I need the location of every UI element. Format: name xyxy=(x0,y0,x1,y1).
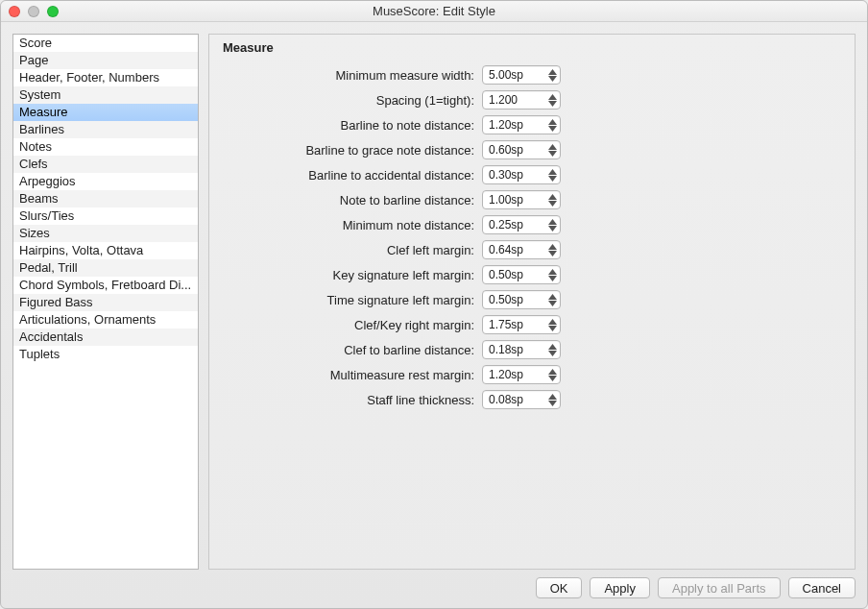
spin-value[interactable]: 0.60sp xyxy=(483,143,544,157)
maximize-icon[interactable] xyxy=(47,6,59,17)
spin-value[interactable]: 0.50sp xyxy=(483,293,544,306)
spin-value[interactable]: 1.75sp xyxy=(483,318,544,331)
spin-box[interactable]: 1.00sp xyxy=(482,190,561,209)
stepper-arrows-icon[interactable] xyxy=(544,216,560,233)
setting-label: Barline to grace note distance: xyxy=(223,143,482,158)
setting-row: Clef/Key right margin:1.75sp xyxy=(223,314,841,335)
sidebar-item-label: Notes xyxy=(19,139,52,154)
setting-row: Barline to accidental distance:0.30sp xyxy=(223,164,841,185)
sidebar-item-label: Slurs/Ties xyxy=(19,208,74,223)
spin-value[interactable]: 0.64sp xyxy=(483,243,544,256)
setting-label: Note to barline distance: xyxy=(223,193,482,207)
settings-list: Minimum measure width:5.00sp Spacing (1=… xyxy=(223,64,841,410)
sidebar-item-label: Accidentals xyxy=(19,329,83,344)
sidebar-item-label: Figured Bass xyxy=(19,295,93,309)
apply-button[interactable]: Apply xyxy=(590,577,650,598)
setting-row: Clef to barline distance:0.18sp xyxy=(223,339,841,360)
spin-value[interactable]: 1.20sp xyxy=(483,368,544,381)
stepper-arrows-icon[interactable] xyxy=(544,91,560,109)
cancel-button[interactable]: Cancel xyxy=(788,577,856,598)
setting-label: Spacing (1=tight): xyxy=(223,93,482,108)
spin-value[interactable]: 0.25sp xyxy=(483,218,544,231)
close-icon[interactable] xyxy=(9,6,20,17)
sidebar-item[interactable]: Score xyxy=(13,35,198,52)
sidebar-item[interactable]: Sizes xyxy=(13,225,198,242)
sidebar-item-label: Clefs xyxy=(19,157,48,171)
sidebar-item[interactable]: Beams xyxy=(13,190,198,207)
dialog-body: ScorePageHeader, Footer, NumbersSystemMe… xyxy=(1,22,867,570)
sidebar-item[interactable]: Measure xyxy=(13,104,198,121)
stepper-arrows-icon[interactable] xyxy=(544,166,560,183)
sidebar-item-label: Tuplets xyxy=(19,347,60,361)
sidebar-item[interactable]: Tuplets xyxy=(13,346,198,363)
spin-value[interactable]: 1.20sp xyxy=(483,118,544,132)
apply-all-parts-button: Apply to all Parts xyxy=(658,577,781,598)
spin-value[interactable]: 0.50sp xyxy=(483,268,544,281)
sidebar-item[interactable]: Figured Bass xyxy=(13,294,198,311)
spin-value[interactable]: 0.30sp xyxy=(483,168,544,182)
stepper-arrows-icon[interactable] xyxy=(544,366,560,383)
panel-title: Measure xyxy=(223,40,841,55)
category-sidebar[interactable]: ScorePageHeader, Footer, NumbersSystemMe… xyxy=(12,34,199,570)
stepper-arrows-icon[interactable] xyxy=(544,316,560,333)
stepper-arrows-icon[interactable] xyxy=(544,241,560,258)
spin-value[interactable]: 0.18sp xyxy=(483,343,544,356)
setting-label: Minimum measure width: xyxy=(223,68,482,83)
stepper-arrows-icon[interactable] xyxy=(544,266,560,283)
stepper-arrows-icon[interactable] xyxy=(544,341,560,358)
window-controls xyxy=(9,6,59,17)
spin-box[interactable]: 0.30sp xyxy=(482,165,561,184)
spin-value[interactable]: 1.00sp xyxy=(483,193,544,207)
sidebar-item[interactable]: Arpeggios xyxy=(13,173,198,190)
spin-value[interactable]: 5.00sp xyxy=(483,68,544,82)
stepper-arrows-icon[interactable] xyxy=(544,116,560,134)
dialog-window: MuseScore: Edit Style ScorePageHeader, F… xyxy=(0,0,868,609)
spin-box[interactable]: 5.00sp xyxy=(482,65,561,85)
spin-box[interactable]: 1.75sp xyxy=(482,315,561,334)
sidebar-item[interactable]: System xyxy=(13,86,198,104)
setting-label: Barline to accidental distance: xyxy=(223,168,482,183)
spin-box[interactable]: 1.20sp xyxy=(482,115,561,134)
titlebar: MuseScore: Edit Style xyxy=(1,1,867,22)
spin-box[interactable]: 1.20sp xyxy=(482,365,561,384)
setting-label: Clef left margin: xyxy=(223,243,482,257)
setting-label: Time signature left margin: xyxy=(223,293,482,307)
sidebar-item[interactable]: Slurs/Ties xyxy=(13,207,198,225)
spin-value[interactable]: 0.08sp xyxy=(483,393,544,406)
stepper-arrows-icon[interactable] xyxy=(544,291,560,308)
setting-row: Staff line thickness:0.08sp xyxy=(223,389,841,410)
spin-box[interactable]: 1.200 xyxy=(482,90,561,110)
sidebar-item-label: Barlines xyxy=(19,122,64,136)
spin-box[interactable]: 0.64sp xyxy=(482,240,561,259)
sidebar-item-label: Measure xyxy=(19,105,68,119)
sidebar-item[interactable]: Pedal, Trill xyxy=(13,259,198,277)
spin-box[interactable]: 0.25sp xyxy=(482,215,561,234)
setting-label: Clef/Key right margin: xyxy=(223,318,482,332)
setting-label: Staff line thickness: xyxy=(223,393,482,407)
sidebar-item[interactable]: Page xyxy=(13,52,198,69)
sidebar-item[interactable]: Articulations, Ornaments xyxy=(13,311,198,329)
spin-box[interactable]: 0.18sp xyxy=(482,340,561,359)
sidebar-item[interactable]: Chord Symbols, Fretboard Di... xyxy=(13,277,198,294)
sidebar-item[interactable]: Notes xyxy=(13,138,198,156)
sidebar-item[interactable]: Header, Footer, Numbers xyxy=(13,69,198,86)
spin-box[interactable]: 0.50sp xyxy=(482,265,561,284)
spin-box[interactable]: 0.08sp xyxy=(482,390,561,409)
spin-box[interactable]: 0.60sp xyxy=(482,140,561,159)
stepper-arrows-icon[interactable] xyxy=(544,141,560,158)
stepper-arrows-icon[interactable] xyxy=(544,66,560,84)
setting-row: Barline to grace note distance:0.60sp xyxy=(223,139,841,160)
stepper-arrows-icon[interactable] xyxy=(544,391,560,408)
sidebar-item-label: Chord Symbols, Fretboard Di... xyxy=(19,278,191,292)
setting-row: Time signature left margin:0.50sp xyxy=(223,289,841,310)
setting-row: Multimeasure rest margin:1.20sp xyxy=(223,364,841,385)
ok-button[interactable]: OK xyxy=(536,577,583,598)
spin-value[interactable]: 1.200 xyxy=(483,93,544,107)
spin-box[interactable]: 0.50sp xyxy=(482,290,561,309)
stepper-arrows-icon[interactable] xyxy=(544,191,560,208)
sidebar-item[interactable]: Hairpins, Volta, Ottava xyxy=(13,242,198,259)
window-title: MuseScore: Edit Style xyxy=(9,4,859,18)
sidebar-item[interactable]: Barlines xyxy=(13,121,198,138)
sidebar-item[interactable]: Clefs xyxy=(13,156,198,173)
sidebar-item[interactable]: Accidentals xyxy=(13,329,198,346)
